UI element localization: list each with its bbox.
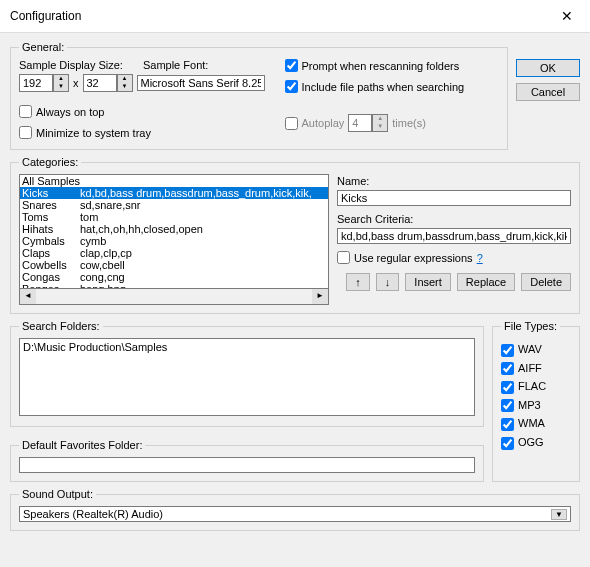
filetype-checkbox[interactable]: MP3 [501, 399, 571, 413]
up-icon[interactable]: ▲ [118, 75, 132, 83]
width-input[interactable] [19, 74, 53, 92]
down-icon[interactable]: ▼ [118, 83, 132, 91]
filetype-checkbox[interactable]: WMA [501, 417, 571, 431]
favorites-folder-group: Default Favorites Folder: [10, 439, 484, 482]
include-paths-checkbox[interactable]: Include file paths when searching [285, 80, 465, 93]
list-item[interactable]: Kickskd,bd,bass drum,bassdrum,bass_drum,… [20, 187, 328, 199]
search-folders-legend: Search Folders: [19, 320, 103, 332]
dimension-x: x [73, 77, 79, 89]
filetypes-group: File Types: WAVAIFFFLACMP3WMAOGG [492, 320, 580, 482]
font-input[interactable] [137, 75, 265, 91]
always-on-top-checkbox[interactable]: Always on top [19, 105, 104, 118]
chevron-down-icon[interactable]: ▼ [551, 509, 567, 520]
ok-button[interactable]: OK [516, 59, 580, 77]
search-folders-group: Search Folders: D:\Music Production\Samp… [10, 320, 484, 427]
list-item[interactable]: Cowbellscow,cbell [20, 259, 328, 271]
list-item[interactable]: Clapsclap,clp,cp [20, 247, 328, 259]
autoplay-stepper[interactable]: ▲▼ [348, 114, 388, 132]
category-list[interactable]: All SamplesKickskd,bd,bass drum,bassdrum… [19, 174, 329, 289]
height-stepper[interactable]: ▲▼ [83, 74, 133, 92]
name-input[interactable] [337, 190, 571, 206]
prompt-checkbox[interactable]: Prompt when rescanning folders [285, 59, 460, 72]
regex-checkbox[interactable]: Use regular expressions ? [337, 251, 571, 264]
filetype-checkbox[interactable]: AIFF [501, 362, 571, 376]
criteria-input[interactable] [337, 228, 571, 244]
name-label: Name: [337, 175, 571, 187]
scroll-right-icon[interactable]: ► [312, 289, 328, 304]
cancel-button[interactable]: Cancel [516, 83, 580, 101]
autoplay-input[interactable] [348, 114, 372, 132]
down-icon[interactable]: ▼ [54, 83, 68, 91]
height-input[interactable] [83, 74, 117, 92]
sample-size-label: Sample Display Size: [19, 59, 123, 71]
sound-output-group: Sound Output: Speakers (Realtek(R) Audio… [10, 488, 580, 531]
up-icon[interactable]: ▲ [373, 115, 387, 123]
list-item[interactable]: All Samples [20, 175, 328, 187]
list-item[interactable]: Snaressd,snare,snr [20, 199, 328, 211]
down-icon[interactable]: ▼ [373, 123, 387, 131]
categories-legend: Categories: [19, 156, 81, 168]
favorites-input[interactable] [19, 457, 475, 473]
width-stepper[interactable]: ▲▼ [19, 74, 69, 92]
minimize-tray-checkbox[interactable]: Minimize to system tray [19, 126, 151, 139]
sample-font-label: Sample Font: [143, 59, 208, 71]
sound-output-select[interactable]: Speakers (Realtek(R) Audio) ▼ [19, 506, 571, 522]
autoplay-checkbox[interactable]: Autoplay [285, 117, 345, 130]
close-button[interactable]: ✕ [552, 6, 582, 26]
general-group: General: Sample Display Size: Sample Fon… [10, 41, 508, 150]
list-item[interactable]: Hihatshat,ch,oh,hh,closed,open [20, 223, 328, 235]
sound-output-value: Speakers (Realtek(R) Audio) [23, 508, 163, 520]
replace-button[interactable]: Replace [457, 273, 515, 291]
search-folders-input[interactable]: D:\Music Production\Samples [19, 338, 475, 416]
insert-button[interactable]: Insert [405, 273, 451, 291]
titlebar: Configuration ✕ [0, 0, 590, 33]
list-item[interactable]: Cymbalscymb [20, 235, 328, 247]
list-item[interactable]: Congascong,cng [20, 271, 328, 283]
criteria-label: Search Criteria: [337, 213, 571, 225]
move-down-button[interactable]: ↓ [376, 273, 400, 291]
autoplay-times-label: time(s) [392, 117, 426, 129]
filetype-checkbox[interactable]: FLAC [501, 380, 571, 394]
favorites-legend: Default Favorites Folder: [19, 439, 145, 451]
list-item[interactable]: Tomstom [20, 211, 328, 223]
move-up-button[interactable]: ↑ [346, 273, 370, 291]
delete-button[interactable]: Delete [521, 273, 571, 291]
scroll-left-icon[interactable]: ◄ [20, 289, 36, 304]
categories-group: Categories: All SamplesKickskd,bd,bass d… [10, 156, 580, 314]
filetype-checkbox[interactable]: OGG [501, 436, 571, 450]
sound-legend: Sound Output: [19, 488, 96, 500]
window-title: Configuration [10, 9, 81, 23]
filetype-checkbox[interactable]: WAV [501, 343, 571, 357]
help-link[interactable]: ? [477, 252, 483, 264]
horizontal-scrollbar[interactable]: ◄ ► [19, 289, 329, 305]
filetypes-legend: File Types: [501, 320, 560, 332]
general-legend: General: [19, 41, 67, 53]
up-icon[interactable]: ▲ [54, 75, 68, 83]
